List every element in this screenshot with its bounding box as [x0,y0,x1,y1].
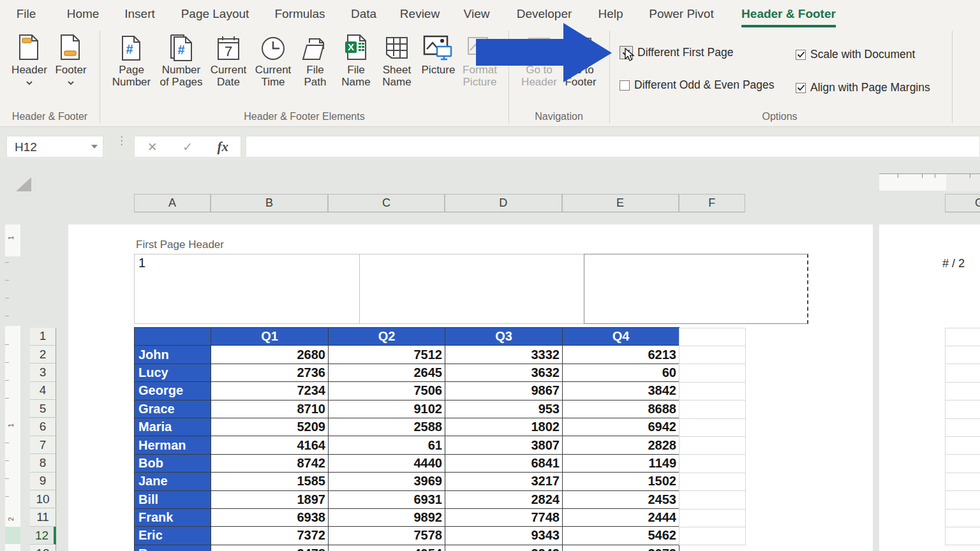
table-header-cell[interactable]: Q4 [563,328,679,346]
row-header-10[interactable]: 10 [30,490,56,508]
table-corner-cell[interactable] [135,328,211,346]
select-all-button[interactable] [16,177,31,191]
cell-q3[interactable]: 7748 [445,508,563,526]
cell-q1[interactable]: 4164 [211,436,329,454]
cell-q4[interactable]: 6942 [563,418,679,436]
cell-q1[interactable]: 1897 [211,490,329,508]
tab-data[interactable]: Data [351,0,376,27]
column-header-e[interactable]: E [562,194,679,212]
checkbox-checked-icon[interactable] [796,83,806,93]
cell-q2[interactable]: 61 [329,436,445,454]
cell-q4[interactable]: 60 [563,364,679,381]
cell-q3[interactable]: 3217 [445,473,563,490]
row-header-1[interactable]: 1 [30,328,56,346]
cell-name[interactable]: Bob [135,454,211,472]
row-header-2[interactable]: 2 [30,346,56,364]
cell-q3[interactable]: 953 [445,400,563,418]
cell-q1[interactable]: 7372 [211,527,329,545]
cell-name[interactable]: George [135,382,211,400]
row-header-9[interactable]: 9 [30,473,56,490]
cell-q4[interactable]: 5462 [563,527,679,545]
cell-q1[interactable]: 8742 [211,454,329,472]
column-header-a[interactable]: A [134,194,211,212]
cell-q2[interactable]: 4440 [329,454,445,472]
tab-page-layout[interactable]: Page Layout [181,0,249,27]
checkbox-row-different-odd-even-pages[interactable]: Different Odd & Even Pages [620,78,775,92]
column-header-f[interactable]: F [679,194,746,212]
header-section-right[interactable] [584,254,808,324]
cell-name[interactable]: Herman [135,436,211,454]
cell-name[interactable]: Jane [135,473,211,490]
table-header-cell[interactable]: Q3 [445,328,563,346]
cell-q3[interactable]: 3807 [445,436,563,454]
row-header-7[interactable]: 7 [30,436,56,454]
row-header-3[interactable]: 3 [30,364,56,381]
tab-file[interactable]: File [17,0,36,27]
cell-q4[interactable]: 6213 [563,346,679,364]
table-header-cell[interactable]: Q2 [329,328,445,346]
insert-function-button[interactable]: fx [205,139,241,155]
cell-q4[interactable]: 8688 [563,400,679,418]
cell-q2[interactable]: 9102 [329,400,445,418]
cell-name[interactable]: Grace [135,400,211,418]
tab-home[interactable]: Home [67,0,100,27]
tab-view[interactable]: View [464,0,490,27]
cell-q1[interactable]: 2736 [211,364,329,381]
tab-formulas[interactable]: Formulas [274,0,325,27]
cell-q3[interactable]: 3332 [445,346,563,364]
cell-q2[interactable]: 2588 [329,418,445,436]
row-header-8[interactable]: 8 [30,454,56,472]
cell-q4[interactable]: 2453 [563,490,679,508]
cell-q2[interactable]: 3969 [329,473,445,490]
table-header-cell[interactable]: Q1 [211,328,329,346]
cell-q4[interactable]: 1502 [563,473,679,490]
cell-q2[interactable]: 6931 [329,490,445,508]
name-box[interactable]: H12 [6,136,103,158]
cell-q4[interactable]: 1149 [563,454,679,472]
cell-q3[interactable]: 3632 [445,364,563,381]
cell-q4[interactable]: 3842 [563,382,679,400]
cell-q2[interactable]: 7512 [329,346,445,364]
tab-help[interactable]: Help [598,0,623,27]
row-header-11[interactable]: 11 [30,509,56,527]
cell-name[interactable]: Frank [135,508,211,526]
cell-q3[interactable]: 3243 [445,545,563,551]
cell-q3[interactable]: 6841 [445,454,563,472]
column-header-c[interactable]: C [328,194,445,212]
column-header-b[interactable]: B [211,194,328,212]
cell-q1[interactable]: 5209 [211,418,329,436]
tab-developer[interactable]: Developer [517,0,572,27]
cell-q2[interactable]: 4954 [329,545,445,551]
cell-q1[interactable]: 7234 [211,382,329,400]
cell-q2[interactable]: 7506 [329,382,445,400]
column-header-d[interactable]: D [445,194,562,212]
tab-power-pivot[interactable]: Power Pivot [649,0,713,27]
cell-name[interactable]: Maria [135,418,211,436]
cell-q1[interactable]: 6938 [211,508,329,526]
row-header-5[interactable]: 5 [30,400,56,418]
row-header-6[interactable]: 6 [30,418,56,436]
row-header-4[interactable]: 4 [30,382,56,400]
checkbox-checked-icon[interactable] [796,50,806,60]
cell-q1[interactable]: 8710 [211,400,329,418]
cell-q4[interactable]: 3072 [563,545,679,551]
cell-q3[interactable]: 9343 [445,527,563,545]
tab-insert[interactable]: Insert [124,0,155,27]
cell-q3[interactable]: 1802 [445,418,563,436]
cell-name[interactable]: Lucy [135,364,211,381]
cell-q4[interactable]: 2828 [563,436,679,454]
ribbon-button-footer[interactable]: Footer [42,33,100,85]
cell-q1[interactable]: 1585 [211,473,329,490]
cell-q2[interactable]: 9892 [329,508,445,526]
header-section-center[interactable] [359,254,584,324]
name-box-dropdown-icon[interactable] [91,145,98,149]
checkbox-unchecked-icon[interactable] [620,80,630,91]
cancel-button[interactable]: ✕ [135,140,170,154]
row-header-13[interactable]: 13 [30,545,56,551]
cell-name[interactable]: Rose [135,545,211,551]
cell-name[interactable]: John [135,346,211,364]
cell-q1[interactable]: 2680 [211,346,329,364]
checkbox-row-scale-with-document[interactable]: Scale with Document [796,48,915,61]
cell-q3[interactable]: 9867 [445,382,563,400]
formula-input[interactable] [246,136,980,158]
